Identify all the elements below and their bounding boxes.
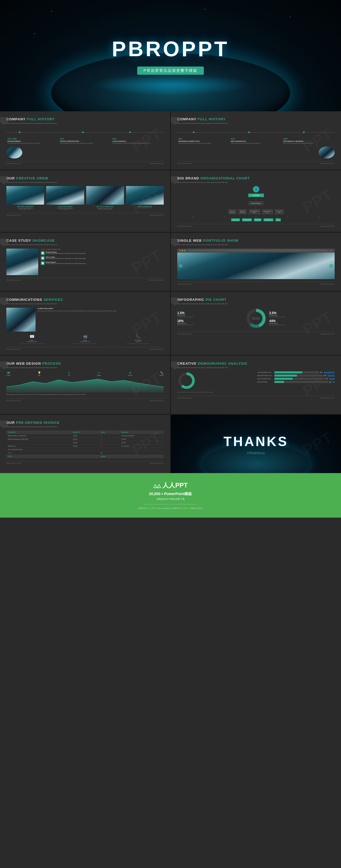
video-icon: [41, 256, 45, 260]
case-info: CLIENT: LOREM COMPANY INC. Design Strate…: [41, 249, 164, 275]
stat-num: 44%: [269, 319, 335, 323]
slide-footer: PBRO DESIGN STUDIO BUSINESS PROPOSAL: [6, 161, 164, 164]
cell: 2: [99, 441, 120, 444]
svg-marker-7: [171, 298, 179, 306]
text: Set id perspicalis unde omnis iste sit v…: [7, 143, 58, 144]
org-connector: [193, 216, 193, 218]
bar-track: [275, 381, 328, 383]
title-normal: COMPANY: [6, 117, 27, 121]
footer-left: PBRO DESIGN STUDIO: [177, 225, 192, 227]
mountain: [46, 186, 84, 205]
connector-row: [177, 216, 335, 218]
slide-title: OUR CREATIVE CREW: [6, 176, 164, 180]
org-line-wrap: [209, 216, 240, 218]
footer-left: PBRO DESIGN STUDIO: [6, 348, 21, 350]
footer-right: BUSINESS PROPOSAL: [149, 348, 164, 350]
cell: $9,000: [72, 438, 99, 441]
footer-left: PBRO DESIGN STUDIO: [177, 283, 192, 285]
chairman-avatar: 👤: [253, 186, 259, 192]
step: 🔧 Support: [160, 371, 164, 376]
stat-text: Set id perspicalis unde omnis iste: [269, 324, 335, 326]
browser-window: ⚙ ⊕ ‹ ›: [177, 249, 335, 279]
vat-label: VAT %: [6, 452, 99, 455]
footer-right: BUSINESS PROPOSAL: [320, 163, 335, 164]
footer-right: BUSINESS PROPOSAL: [320, 397, 335, 399]
slide-thanks: THANKS P哥说荣誉出品: [171, 415, 341, 473]
comm-info: ALWAYS INCLUDES: Set id perspicalis unde…: [38, 308, 164, 332]
star: [205, 9, 205, 9]
year: 2018: [112, 138, 163, 140]
email-icon: 📧: [29, 334, 34, 339]
step: 💡 Idea: [38, 371, 41, 376]
case-text-block: Social Support Set id perspicalis unde o…: [46, 261, 86, 265]
crew-photo: [6, 186, 44, 205]
cell: Mobile Development of HMTLBAG: [6, 438, 72, 441]
step: ℹ Info: [68, 371, 70, 376]
cell: Maintenance: [6, 444, 72, 448]
pentagon-tag: [171, 176, 179, 184]
table-total-row: TOTAL $38,000: [6, 455, 164, 458]
title-accent: DEMOGRAPHIC ANALYSIS: [198, 362, 247, 366]
stat-num: 2.5%: [269, 311, 335, 315]
stat-num: 16%: [177, 319, 243, 323]
prev-arrow[interactable]: ‹: [179, 264, 182, 268]
org-line-wrap: [177, 216, 208, 218]
pentagon-tag: [0, 421, 8, 429]
dot: [82, 131, 84, 133]
slide-title: COMPANY FULL HISTORY: [177, 117, 335, 121]
pie-stat: 44% DESCRIPTION Set id perspicalis unde …: [269, 319, 335, 326]
logo-icon: △△: [153, 483, 161, 489]
svg-marker-16: [0, 421, 8, 429]
title-accent: PIE CHART: [206, 298, 227, 302]
table-header-row: ITEM PRICE QUANTITY TOTAL REMARKS: [6, 430, 164, 434]
title-normal: INFOGRAPHIC: [177, 298, 206, 302]
crew-twitter: Twitter: @Julia.Gramner: [86, 209, 124, 210]
step-icon: ⚙: [128, 371, 133, 374]
icon-shape: [42, 257, 44, 259]
cell: [6, 441, 72, 444]
case-item-text: Set id perspicalis unde omnis iste sit v…: [46, 263, 86, 265]
dept-box: ProcurementDept: [275, 209, 284, 214]
slide-footer: PBRO DESIGN STUDIO BUSINESS PROPOSAL: [6, 347, 164, 350]
comm-content: ALWAYS INCLUDES: Set id perspicalis unde…: [6, 308, 164, 332]
dot: [303, 131, 305, 133]
svg-marker-5: [171, 239, 179, 247]
slide-footer: PBRO DESIGN STUDIO BUSINESS PROPOSAL: [6, 213, 164, 216]
cell: [72, 448, 99, 452]
footer-right: BUSINESS PROPOSAL: [149, 214, 164, 216]
footer-left: PBRO DESIGN STUDIO: [6, 279, 21, 281]
crew-photo: [46, 186, 84, 205]
crew-photo: [126, 186, 164, 205]
step-label: Support: [160, 375, 164, 376]
bottom-tagline: 20,000＋PowerPoint模板: [0, 492, 341, 496]
footer-right: BUSINESS PROPOSAL: [149, 400, 164, 402]
step-label: Contact: [6, 375, 10, 376]
slide-subtitle: Insert come short and brief lorem ipsum …: [6, 367, 164, 369]
slide-history-2: COMPANY FULL HISTORY Insert come short a…: [171, 111, 341, 169]
sub-box: Buyer: [276, 218, 281, 221]
slide-subtitle: Insert come short and brief lorem ipsum …: [177, 181, 335, 183]
title-normal: CASE STUDY: [6, 239, 32, 243]
slide-subtitle: Insert come short and brief lorem ipsum …: [6, 303, 164, 305]
table-row: Mobile Development of HMTLBAG $9,000 1 $…: [6, 438, 164, 441]
svg-marker-13: [171, 362, 179, 369]
demo-bar-2: MEDIUM BUSINESS GOAL 47% 👤👤👤👤: [257, 374, 335, 377]
case-item-text: Set id perspicalis unde omnis iste sit v…: [46, 258, 86, 259]
step-label: Develop: [128, 375, 133, 376]
comm-intro-title: ALWAYS INCLUDES:: [38, 308, 164, 309]
slide-footer: PBRO DESIGN STUDIO BUSINESS PROPOSAL: [177, 396, 335, 399]
timeline: JULY 2006 ESTABLISHMENT Set id perspical…: [6, 132, 164, 144]
bar-pct: 37%: [325, 378, 328, 379]
footer-left: PBRO DESIGN STUDIO: [6, 400, 21, 402]
svg-marker-12: [0, 362, 8, 369]
strategy-icon: [41, 251, 45, 255]
slide-subtitle: Insert come short and brief lorem ipsum …: [6, 244, 164, 246]
svg-marker-4: [0, 239, 8, 247]
org-row-sub: Finance Staff Marketing Staff Audit Staf…: [177, 218, 335, 221]
year: 2013: [60, 138, 110, 140]
cell: $2,000: [72, 434, 99, 438]
next-arrow[interactable]: ›: [329, 264, 333, 268]
bar-fill: [275, 371, 303, 373]
vat-value: $0: [99, 452, 164, 455]
crew-card: LAURA HUNTRESS Senior Marketing Manager …: [46, 186, 84, 210]
